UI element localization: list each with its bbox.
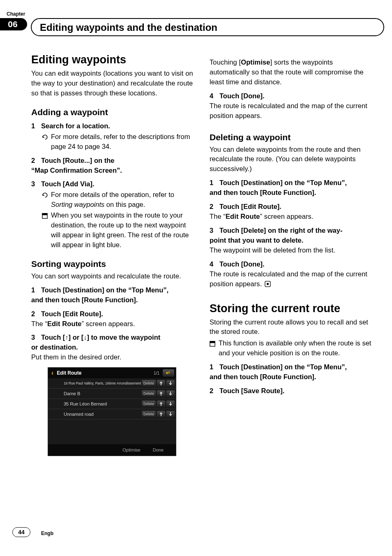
step-1-text: Search for a location. bbox=[41, 122, 110, 130]
step-3-sub1: For more details of the operation, refer… bbox=[42, 190, 195, 210]
step-3-text: Touch [Add Via]. bbox=[41, 180, 95, 188]
ss-row-text: 16 Rue Paul Valéry, Paris, 16ème Arrondi… bbox=[64, 381, 142, 385]
sort-step-1-b: and then touch [Route Function]. bbox=[31, 295, 195, 305]
svg-rect-5 bbox=[210, 341, 215, 343]
step-2-text-a: Touch [Route...] on the bbox=[41, 157, 114, 164]
ss-footer: Optimise Done bbox=[48, 444, 176, 456]
sort-step-3-body: Put them in the desired order. bbox=[31, 352, 195, 362]
ss-row-text: Unnamed road bbox=[64, 412, 142, 417]
sort-step-1-a: Touch [Destination] on the “Top Menu”, bbox=[41, 286, 168, 294]
step-4-body: The route is recalculated and the map of… bbox=[210, 101, 373, 121]
ss-title: Edit Route bbox=[57, 370, 154, 376]
sorting-intro: You can sort waypoints and recalculate t… bbox=[31, 271, 195, 281]
up-button[interactable] bbox=[157, 380, 165, 387]
del-step-2-body: The “Edit Route” screen appears. bbox=[210, 212, 373, 222]
step-2-cont: “Map Confirmation Screen”. bbox=[31, 166, 195, 176]
right-column: Touching [Optimise] sorts the waypoints … bbox=[210, 53, 373, 456]
intro-text: You can edit waypoints (locations you wa… bbox=[31, 69, 195, 98]
subheading-deleting-waypoint: Deleting a waypoint bbox=[210, 132, 373, 142]
chapter-number-badge: 06 bbox=[0, 18, 27, 30]
storing-intro: Storing the current route allows you to … bbox=[210, 317, 373, 337]
ss-row: Darne B Delete bbox=[48, 389, 176, 399]
store-step-1: 1Touch [Destination] on the “Top Menu”, bbox=[210, 362, 373, 372]
sort-step-3: 3Touch [↑] or [↓] to move the waypoint bbox=[31, 333, 195, 343]
del-step-1-b: and then touch [Route Function]. bbox=[210, 188, 373, 198]
down-button[interactable] bbox=[166, 380, 175, 387]
store-step-2: 2Touch [Save Route]. bbox=[210, 386, 373, 396]
section-storing-route: Storing the current route bbox=[210, 302, 373, 315]
chapter-title-pill: Editing waypoints and the destination bbox=[31, 18, 384, 36]
delete-button[interactable]: Delete bbox=[142, 390, 156, 397]
del-step-3-body: The waypoint will be deleted from the li… bbox=[210, 246, 373, 255]
ss-page: 1/1 bbox=[154, 371, 159, 375]
arrow-icon bbox=[42, 191, 48, 197]
subheading-sorting-waypoints: Sorting waypoints bbox=[31, 259, 195, 269]
down-button[interactable] bbox=[166, 411, 175, 418]
step-4-text: Touch [Done]. bbox=[219, 92, 265, 100]
page-number: 44 bbox=[12, 527, 30, 537]
sort-step-2: 2Touch [Edit Route]. bbox=[31, 309, 195, 319]
step-1-sub-text: For more details, refer to the descripti… bbox=[51, 133, 190, 150]
del-step-3-b: point that you want to delete. bbox=[210, 236, 373, 246]
optimise-text: Touching [Optimise] sorts the waypoints … bbox=[210, 58, 373, 87]
svg-rect-3 bbox=[267, 283, 269, 285]
step-3-sub1-b: Sorting waypoints bbox=[51, 201, 104, 208]
storing-note: This function is available only when the… bbox=[210, 338, 373, 358]
subheading-adding-waypoint: Adding a waypoint bbox=[31, 107, 195, 117]
up-button[interactable] bbox=[157, 411, 165, 418]
store-step-1-b: and then touch [Route Function]. bbox=[210, 372, 373, 382]
chapter-label: Chapter bbox=[7, 11, 25, 17]
store-step-1-a: Touch [Destination] on the “Top Menu”, bbox=[219, 363, 347, 371]
sort-step-2-text: Touch [Edit Route]. bbox=[41, 310, 103, 317]
sort-step-2-body: The “Edit Route” screen appears. bbox=[31, 319, 195, 329]
ss-row: 35 Rue Léon Bernard Delete bbox=[48, 399, 176, 409]
step-4: 4Touch [Done]. bbox=[210, 91, 373, 101]
delete-button[interactable]: Delete bbox=[142, 401, 156, 408]
language-label: Engb bbox=[41, 531, 53, 536]
ss-row-text: Darne B bbox=[64, 391, 142, 396]
store-step-2-text: Touch [Save Route]. bbox=[219, 387, 284, 394]
del-step-1-a: Touch [Destination] on the “Top Menu”, bbox=[219, 179, 347, 186]
end-icon bbox=[265, 281, 271, 287]
step-3-sub1-c: on this page. bbox=[104, 201, 145, 208]
step-2: 2Touch [Route...] on the bbox=[31, 156, 195, 166]
down-button[interactable] bbox=[166, 390, 175, 397]
arrow-icon bbox=[42, 133, 48, 139]
step-3-sub2-text: When you set waypoints in the route to y… bbox=[51, 211, 189, 248]
ss-row-text: 35 Rue Léon Bernard bbox=[64, 401, 142, 406]
deleting-intro: You can delete waypoints from the route … bbox=[210, 145, 373, 174]
left-column: Editing waypoints You can edit waypoints… bbox=[31, 53, 195, 456]
return-icon[interactable] bbox=[163, 369, 174, 377]
ss-header: ‹ Edit Route 1/1 bbox=[48, 368, 176, 378]
delete-button[interactable]: Delete bbox=[142, 411, 156, 418]
done-button[interactable]: Done bbox=[153, 447, 164, 452]
del-step-1: 1Touch [Destination] on the “Top Menu”, bbox=[210, 178, 373, 188]
del-step-3: 3Touch [Delete] on the right of the way- bbox=[210, 226, 373, 236]
sort-step-1: 1Touch [Destination] on the “Top Menu”, bbox=[31, 285, 195, 295]
ss-row: Unnamed road Delete bbox=[48, 409, 176, 419]
chapter-title: Editing waypoints and the destination bbox=[40, 22, 217, 33]
back-icon[interactable]: ‹ bbox=[50, 369, 55, 377]
edit-route-screenshot: ‹ Edit Route 1/1 16 Rue Paul Valéry, Par… bbox=[48, 367, 176, 456]
up-button[interactable] bbox=[157, 390, 165, 397]
del-step-4-body: The route is recalculated and the map of… bbox=[210, 269, 373, 289]
up-button[interactable] bbox=[157, 401, 165, 408]
down-button[interactable] bbox=[166, 401, 175, 408]
storing-note-text: This function is available only when the… bbox=[219, 339, 371, 357]
optimise-button[interactable]: Optimise bbox=[122, 447, 140, 452]
sort-step-3-b: or destination. bbox=[31, 343, 195, 352]
del-step-2-text: Touch [Edit Route]. bbox=[219, 203, 281, 210]
step-3: 3Touch [Add Via]. bbox=[31, 179, 195, 189]
del-step-3-a: Touch [Delete] on the right of the way- bbox=[219, 227, 342, 234]
box-icon bbox=[210, 340, 215, 345]
box-icon bbox=[42, 212, 48, 218]
svg-rect-1 bbox=[42, 213, 47, 215]
delete-button[interactable]: Delete bbox=[142, 380, 156, 387]
sort-step-3-a: Touch [↑] or [↓] to move the waypoint bbox=[41, 334, 160, 341]
ss-row: 16 Rue Paul Valéry, Paris, 16ème Arrondi… bbox=[48, 378, 176, 389]
step-3-sub1-a: For more details of the operation, refer… bbox=[51, 191, 174, 198]
step-3-sub2: When you set waypoints in the route to y… bbox=[42, 211, 195, 250]
del-step-4: 4Touch [Done]. bbox=[210, 259, 373, 269]
section-editing-waypoints: Editing waypoints bbox=[31, 53, 195, 66]
del-step-2: 2Touch [Edit Route]. bbox=[210, 202, 373, 212]
